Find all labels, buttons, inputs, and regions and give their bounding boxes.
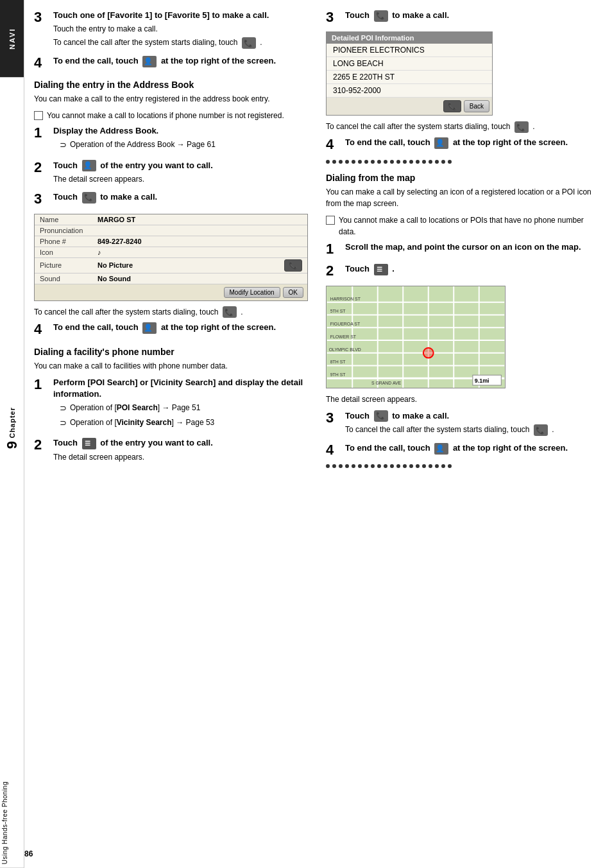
- dot-17: [429, 160, 432, 164]
- svg-point-22: [423, 347, 434, 358]
- poi-phone-btn[interactable]: 📞: [443, 100, 461, 112]
- step-2-addr-body: The detail screen appears.: [53, 173, 308, 185]
- right-cancel-label: To cancel the call after the system star…: [326, 122, 513, 131]
- note-map: You cannot make a call to locations or P…: [326, 214, 600, 238]
- phone-call-button[interactable]: 📞: [284, 259, 302, 272]
- dot-b10: [384, 464, 387, 468]
- step-1-fac-arrow1: ⊃ Operation of [POI Search] → Page 51: [60, 402, 308, 415]
- step-2-addr-title-rest: of the entry you want to call.: [100, 161, 213, 170]
- screen-row-icon: Icon ♪: [35, 247, 307, 258]
- section-address-book-heading: Dialing the entry in the Address Book: [34, 80, 308, 90]
- step-4-addr-title: To end the call, touch at the top right …: [53, 322, 308, 334]
- step-2-map-touch-text: Touch: [345, 264, 372, 273]
- step-3-fav-cancel-period: .: [260, 38, 262, 47]
- step-4-map-title: To end the call, touch at the top right …: [345, 442, 600, 455]
- value-sound: No Sound: [98, 275, 131, 282]
- svg-text:S GRAND AVE: S GRAND AVE: [371, 381, 402, 385]
- end-call-icon-4right: [434, 137, 448, 149]
- step-1-map: 1 Scroll the map, and point the cursor o…: [326, 241, 600, 257]
- dot-b16: [422, 464, 426, 468]
- dot-b12: [396, 464, 400, 468]
- svg-text:5TH ST: 5TH ST: [330, 309, 346, 313]
- dot-b14: [409, 464, 413, 468]
- dot-7: [364, 160, 368, 164]
- step-3-map: 3 Touch to make a call. To cancel the ca…: [326, 410, 600, 436]
- step-3-right: 3 Touch to make a call.: [326, 10, 600, 25]
- section-map-body: You can make a call by selecting an icon…: [326, 186, 600, 209]
- sidebar-chapter-text: Chapter: [8, 407, 16, 438]
- ok-btn[interactable]: OK: [283, 287, 303, 298]
- step-4-addr-title-text2: at the top right of the screen.: [161, 322, 276, 332]
- step-3-right-touch: Touch: [345, 10, 372, 20]
- value-picture: No Picture: [98, 261, 133, 269]
- step-2-fac-touch-text: Touch: [53, 438, 80, 447]
- dot-b7: [364, 464, 368, 468]
- poi-row-2: LONG BEACH: [327, 57, 492, 71]
- step-2-fac-body: The detail screen appears.: [53, 451, 308, 463]
- phone-cancel-icon-3fav: [242, 37, 256, 49]
- dot-6: [358, 160, 362, 164]
- step-number-1-addr: 1: [34, 125, 52, 141]
- screen-row-sound: Sound No Sound: [35, 273, 307, 284]
- step-1-addr: 1 Display the Address Book. ⊃ Operation …: [34, 125, 308, 153]
- sidebar-hands-free-label: Using Hands-free Phoning: [0, 778, 24, 868]
- screen-actions: Modify Location OK: [35, 284, 307, 300]
- svg-text:FLOWER ST: FLOWER ST: [330, 334, 357, 339]
- step-number-1-fac: 1: [34, 377, 52, 392]
- main-content: 3 Touch one of [Favorite 1] to [Favorite…: [24, 0, 612, 868]
- step-4-map: 4 To end the call, touch at the top righ…: [326, 442, 600, 458]
- poi-back-btn[interactable]: Back: [464, 100, 489, 112]
- step-number-4-map: 4: [326, 442, 344, 458]
- step-1-addr-title: Display the Address Book.: [53, 125, 308, 137]
- dot-b5: [352, 464, 355, 468]
- value-phone: 849-227-8240: [98, 238, 142, 245]
- checkbox-icon-addr: [34, 111, 43, 120]
- step-3-map-title-rest: to make a call.: [392, 411, 449, 421]
- step-2-map: 2 Touch .: [326, 263, 600, 279]
- label-picture: Picture: [40, 261, 98, 269]
- dot-20: [448, 160, 452, 164]
- phone-call-btn[interactable]: 📞: [282, 259, 302, 272]
- arrow-sym-1addr: ⊃: [60, 139, 67, 152]
- step-1-map-content: Scroll the map, and point the cursor on …: [345, 241, 600, 253]
- map-detail-screen-text: The detail screen appears.: [326, 394, 600, 405]
- addr-cancel-text: To cancel the call after the system star…: [34, 306, 308, 318]
- right-cancel-text: To cancel the call after the system star…: [326, 121, 600, 133]
- map-screen: HARRISON ST 5TH ST FIGUEROA ST FLOWER ST…: [326, 286, 506, 388]
- address-book-screen: Name MARGO ST Pronunciation Phone # 849-…: [34, 214, 308, 301]
- dot-13: [403, 160, 407, 164]
- step-4-addr: 4 To end the call, touch at the top righ…: [34, 322, 308, 337]
- step-4-fav: 4 To end the call, touch at the top righ…: [34, 55, 308, 71]
- label-sound: Sound: [40, 275, 98, 282]
- poi-screen: Detailed POI Information PIONEER ELECTRO…: [326, 31, 493, 116]
- step-number-1-map: 1: [326, 241, 344, 257]
- step-3-addr-content: Touch to make a call.: [53, 191, 308, 204]
- step-3-addr-touch-text: Touch: [53, 192, 80, 202]
- right-column: 3 Touch to make a call. Detailed POI Inf…: [319, 10, 612, 858]
- step-2-map-content: Touch .: [345, 263, 600, 275]
- dot-b9: [377, 464, 381, 468]
- value-name: MARGO ST: [98, 216, 135, 223]
- dot-b17: [429, 464, 432, 468]
- dot-10: [384, 160, 387, 164]
- checkbox-icon-map: [326, 216, 335, 225]
- modify-location-btn[interactable]: Modify Location: [224, 287, 280, 298]
- screen-row-pronunciation: Pronunciation: [35, 225, 307, 236]
- map-svg: HARRISON ST 5TH ST FIGUEROA ST FLOWER ST…: [327, 286, 505, 388]
- step-1-map-title: Scroll the map, and point the cursor on …: [345, 241, 600, 253]
- label-name: Name: [40, 216, 98, 223]
- sidebar-navi-label: NAVI: [0, 0, 24, 77]
- note-address-book-text: You cannot make a call to locations if p…: [47, 110, 284, 121]
- dot-4: [345, 160, 349, 164]
- left-column: 3 Touch one of [Favorite 1] to [Favorite…: [24, 10, 319, 858]
- poi-screen-header: Detailed POI Information: [327, 32, 492, 44]
- person-icon-2addr: [82, 160, 96, 171]
- step-4-right-title-text: To end the call, touch: [345, 137, 432, 147]
- addr-cancel-label: To cancel the call after the system star…: [34, 308, 221, 317]
- step-3-fav-cancel-text: To cancel the call after the system star…: [53, 38, 240, 47]
- step-2-addr-touch-text: Touch: [53, 161, 80, 170]
- step-2-fac-title: Touch of the entry you want to call.: [53, 437, 308, 449]
- poi-row-3: 2265 E 220TH ST: [327, 71, 492, 84]
- dot-9: [377, 160, 381, 164]
- phone-icon-3addr: [82, 192, 96, 204]
